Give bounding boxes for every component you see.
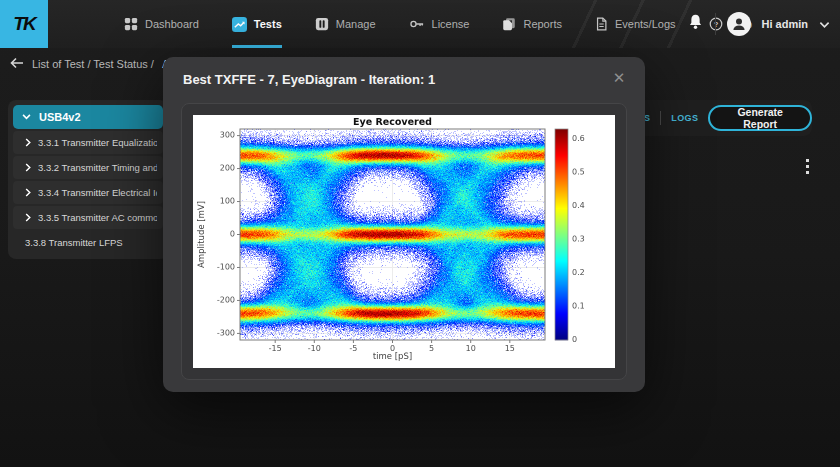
nav-label: Manage [336,18,376,30]
sidebar-group-usb4v2[interactable]: USB4v2 [13,105,163,129]
eye-diagram-canvas [193,115,615,368]
breadcrumb-path[interactable]: List of Test / Test Status / [32,58,154,70]
sidebar-item-3-3-5[interactable]: 3.3.5 Transmitter AC common mode [13,206,163,229]
generate-report-button[interactable]: Generate Report [708,105,812,131]
test-tree-sidebar: USB4v2 3.3.1 Transmitter Equalization an… [8,100,168,259]
sidebar-group-label: USB4v2 [39,111,81,123]
brand-logo[interactable]: TK [0,0,48,48]
user-greeting: Hi admin [762,18,808,30]
nav-item-events-logs[interactable]: Events/Logs [595,0,676,48]
nav-label: Dashboard [145,18,199,30]
sidebar-item-label: 3.3.8 Transmitter LFPS [25,237,123,248]
nav-label: Reports [523,18,562,30]
sidebar-item-label: 3.3.5 Transmitter AC common mode [38,212,157,223]
figure-panel [181,103,627,380]
tab-logs[interactable]: LOGS [671,113,698,123]
sidebar-item-3-3-1[interactable]: 3.3.1 Transmitter Equalization and Calib… [13,131,163,154]
nav-item-dashboard[interactable]: Dashboard [124,0,199,48]
chevron-right-icon [25,213,31,222]
nav-label: Tests [254,18,282,30]
brand-logo-text: TK [13,13,34,35]
main-nav: Dashboard Tests Manage License [124,0,752,48]
sidebar-item-3-3-4[interactable]: 3.3.4 Transmitter Electrical Idle Voltag… [13,181,163,204]
nav-label: Events/Logs [615,18,676,30]
chevron-right-icon [25,163,31,172]
topbar-divider [715,13,716,35]
sidebar-item-3-3-2[interactable]: 3.3.2 Transmitter Timing and Voltage M..… [13,156,163,179]
sidebar-item-label: 3.3.2 Transmitter Timing and Voltage M..… [38,162,157,173]
avatar[interactable] [727,12,751,36]
nav-label: License [432,18,470,30]
kebab-menu-icon[interactable] [801,157,813,176]
app-root: TK Dashboard Tests Manage [0,0,840,467]
nav-item-manage[interactable]: Manage [315,0,376,48]
modal-title: Best TXFFE - 7, EyeDiagram - Iteration: … [183,72,435,87]
events-logs-doc-icon [595,17,608,31]
chevron-right-icon [25,188,31,197]
close-icon[interactable]: ✕ [609,68,629,88]
sidebar-item-label: 3.3.1 Transmitter Equalization and Calib… [38,137,157,148]
nav-item-license[interactable]: License [409,0,470,48]
topbar-right: Hi admin [687,0,830,48]
license-key-icon [409,17,425,31]
tab-divider [660,111,661,125]
dashboard-grid-icon [124,17,138,31]
chevron-down-icon [22,114,31,120]
sidebar-item-label: 3.3.4 Transmitter Electrical Idle Voltag… [38,187,157,198]
chevron-down-icon[interactable] [819,15,830,33]
tests-chart-icon [232,17,247,32]
chevron-right-icon [25,138,31,147]
back-arrow-icon[interactable] [10,55,24,73]
nav-item-reports[interactable]: Reports [502,0,562,48]
manage-sliders-icon [315,17,329,31]
bell-icon[interactable] [687,13,704,35]
sidebar-item-3-3-8[interactable]: 3.3.8 Transmitter LFPS [13,231,163,254]
topbar: TK Dashboard Tests Manage [0,0,840,48]
reports-copy-icon [502,17,516,31]
eye-diagram-modal: Best TXFFE - 7, EyeDiagram - Iteration: … [163,57,645,392]
nav-item-tests[interactable]: Tests [232,0,282,48]
